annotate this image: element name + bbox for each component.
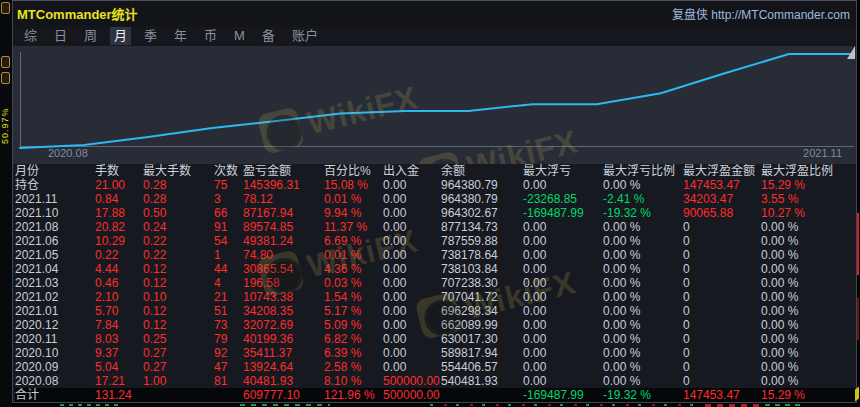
menu-item-M[interactable]: M bbox=[230, 27, 249, 45]
table-cell: 7.84 bbox=[95, 318, 143, 332]
table-cell: 0.00 % bbox=[761, 318, 856, 332]
table-cell: 707238.30 bbox=[441, 276, 523, 290]
app-window: MTCommander统计 复盘侠 http://MTCommander.com… bbox=[12, 0, 857, 403]
menu-item-月[interactable]: 月 bbox=[110, 27, 131, 45]
table-cell: 44 bbox=[214, 262, 243, 276]
table-cell: 0.00 bbox=[523, 346, 603, 360]
column-header[interactable]: 最大浮盈金额 bbox=[683, 164, 761, 178]
table-cell: 0.27 bbox=[143, 346, 214, 360]
table-cell: 500000.00 bbox=[383, 374, 441, 388]
table-cell: 2021.01 bbox=[15, 304, 95, 318]
table-cell: 500000.00 bbox=[383, 388, 441, 402]
table-cell: 2021.11 bbox=[15, 192, 95, 206]
table-cell: 0.00 bbox=[523, 276, 603, 290]
table-cell: 2021.08 bbox=[15, 220, 95, 234]
table-cell: 0.00 bbox=[383, 318, 441, 332]
column-header[interactable]: 最大浮盈比例 bbox=[761, 164, 856, 178]
column-header[interactable]: 月份 bbox=[15, 164, 95, 178]
column-header[interactable]: 出入金 bbox=[383, 164, 441, 178]
column-header[interactable]: 百分比% bbox=[324, 164, 383, 178]
background-percent-label: 50.97% bbox=[0, 88, 12, 144]
column-header[interactable]: 最大浮亏 bbox=[523, 164, 603, 178]
menu-item-币[interactable]: 币 bbox=[200, 27, 221, 45]
table-row-total[interactable]: 合计131.24609777.10121.96 %500000.00-16948… bbox=[15, 388, 856, 402]
table-row[interactable]: 2020.095.040.274713924.642.58 %0.0055440… bbox=[15, 360, 856, 374]
table-cell: 0.00 % bbox=[761, 290, 856, 304]
table-cell: 2020.10 bbox=[15, 346, 95, 360]
column-header[interactable]: 手数 bbox=[95, 164, 143, 178]
table-cell: -2.41 % bbox=[603, 192, 683, 206]
menu-item-备[interactable]: 备 bbox=[258, 27, 279, 45]
table-cell: 0.00 % bbox=[761, 360, 856, 374]
table-row[interactable]: 2021.030.460.124196.580.03 %0.00707238.3… bbox=[15, 276, 856, 290]
menu-item-年[interactable]: 年 bbox=[170, 27, 191, 45]
table-row[interactable]: 2021.110.840.28378.120.01 %0.00964380.79… bbox=[15, 192, 856, 206]
table-cell: -169487.99 bbox=[523, 388, 603, 402]
column-header[interactable]: 最大浮亏比例 bbox=[603, 164, 683, 178]
table-cell: 589817.94 bbox=[441, 346, 523, 360]
menu-item-账户[interactable]: 账户 bbox=[288, 27, 322, 45]
table-cell: 0.00 % bbox=[761, 262, 856, 276]
screen: 50.97% MTCommander统计 复盘侠 http://MTComman… bbox=[0, 0, 860, 407]
column-header[interactable]: 次数 bbox=[214, 164, 243, 178]
table-cell: 4.44 bbox=[95, 262, 143, 276]
table-cell: 75 bbox=[214, 178, 243, 192]
table-cell: 0.00 bbox=[523, 220, 603, 234]
table-cell: 0.00 bbox=[383, 360, 441, 374]
table-row[interactable]: 2021.0820.820.249189574.8511.37 %0.00877… bbox=[15, 220, 856, 234]
table-cell: 0.00 bbox=[383, 276, 441, 290]
menu-item-日[interactable]: 日 bbox=[50, 27, 71, 45]
column-header[interactable]: 余额 bbox=[441, 164, 523, 178]
table-row[interactable]: 2021.015.700.125134208.355.17 %0.0069629… bbox=[15, 304, 856, 318]
table-cell: 0 bbox=[683, 304, 761, 318]
table-cell: 964302.67 bbox=[441, 206, 523, 220]
menu-item-周[interactable]: 周 bbox=[80, 27, 101, 45]
table-cell: 15.29 % bbox=[761, 178, 856, 192]
menu-item-综[interactable]: 综 bbox=[20, 27, 41, 45]
column-header[interactable]: 盈亏金额 bbox=[243, 164, 324, 178]
table-row[interactable]: 2020.127.840.127332072.695.09 %0.0066208… bbox=[15, 318, 856, 332]
table-cell: 21 bbox=[214, 290, 243, 304]
table-row[interactable]: 2021.1017.880.506687167.949.94 %0.009643… bbox=[15, 206, 856, 220]
table-cell: 0.00 % bbox=[603, 248, 683, 262]
brand-link[interactable]: 复盘侠 http://MTCommander.com bbox=[672, 5, 850, 22]
table-cell: 121.96 % bbox=[324, 388, 383, 402]
table-row[interactable]: 2020.109.370.279235411.376.39 %0.0058981… bbox=[15, 346, 856, 360]
equity-line bbox=[20, 54, 853, 148]
table-header-row: 月份手数最大手数次数盈亏金额百分比%出入金余额最大浮亏最大浮亏比例最大浮盈金额最… bbox=[15, 164, 856, 178]
table-cell: 0 bbox=[683, 276, 761, 290]
table-row[interactable]: 2020.0817.211.008140481.938.10 %500000.0… bbox=[15, 374, 856, 388]
table-cell: 30865.54 bbox=[243, 262, 324, 276]
table-cell: 21.00 bbox=[95, 178, 143, 192]
table-cell: 0.28 bbox=[143, 178, 214, 192]
table-row[interactable]: 持仓21.000.2875145396.3115.08 %0.00964380.… bbox=[15, 178, 856, 192]
stats-table: 月份手数最大手数次数盈亏金额百分比%出入金余额最大浮亏最大浮亏比例最大浮盈金额最… bbox=[13, 164, 856, 402]
table-cell: 0.00 % bbox=[761, 374, 856, 388]
table-row[interactable]: 2021.022.100.102110743.381.54 %0.0070704… bbox=[15, 290, 856, 304]
table-cell: 17.88 bbox=[95, 206, 143, 220]
table-row[interactable]: 2021.044.440.124430865.544.36 %0.0073810… bbox=[15, 262, 856, 276]
table-row[interactable]: 2021.0610.290.225449381.246.69 %0.007875… bbox=[15, 234, 856, 248]
table-cell: 0.00 % bbox=[603, 262, 683, 276]
background-icon bbox=[1, 72, 10, 84]
table-cell: -19.32 % bbox=[603, 206, 683, 220]
table-cell: 2021.06 bbox=[15, 234, 95, 248]
menu-bar: 综日周月季年币M备账户 bbox=[13, 26, 856, 46]
menu-item-季[interactable]: 季 bbox=[140, 27, 161, 45]
table-cell: 0.00 bbox=[383, 262, 441, 276]
table-cell: 0.22 bbox=[143, 248, 214, 262]
table-cell: 4 bbox=[214, 276, 243, 290]
table-cell: 0.00 bbox=[383, 346, 441, 360]
table-cell: 10743.38 bbox=[243, 290, 324, 304]
table-cell: 0.01 % bbox=[324, 248, 383, 262]
resize-grip-icon[interactable] bbox=[847, 46, 855, 59]
table-row[interactable]: 2021.050.220.22174.800.01 %0.00738178.64… bbox=[15, 248, 856, 262]
table-row[interactable]: 2020.118.030.257940199.366.82 %0.0063001… bbox=[15, 332, 856, 346]
table-cell: 34208.35 bbox=[243, 304, 324, 318]
column-header[interactable]: 最大手数 bbox=[143, 164, 214, 178]
table-cell: 0.00 bbox=[523, 374, 603, 388]
table-cell: 0.00 bbox=[523, 332, 603, 346]
table-cell: 15.29 % bbox=[761, 388, 856, 402]
table-cell: 0.12 bbox=[143, 318, 214, 332]
table-cell: 8.03 bbox=[95, 332, 143, 346]
